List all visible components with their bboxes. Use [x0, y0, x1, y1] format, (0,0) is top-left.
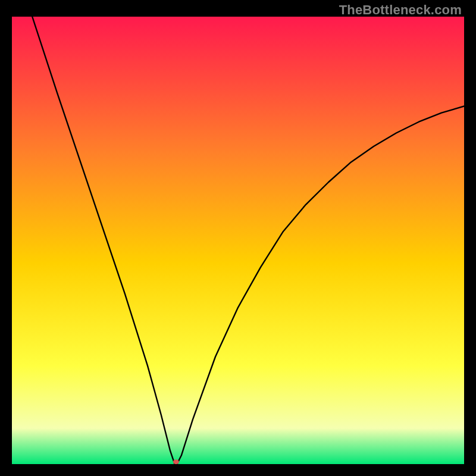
gradient-background: [12, 17, 464, 464]
chart-frame: [12, 17, 464, 464]
bottleneck-chart: [12, 17, 464, 464]
watermark-text: TheBottleneck.com: [339, 2, 462, 18]
optimal-point-marker: [173, 459, 179, 464]
